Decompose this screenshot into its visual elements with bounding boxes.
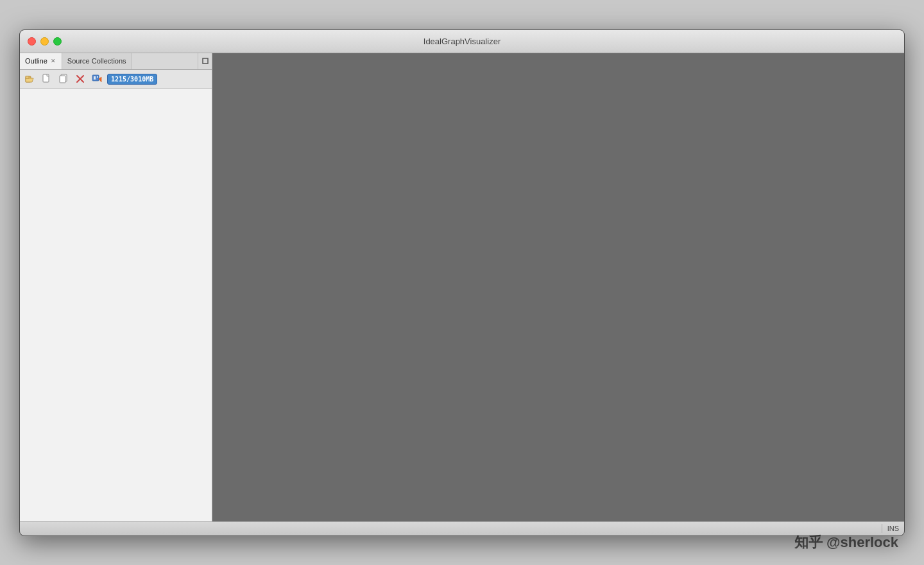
right-panel bbox=[212, 53, 904, 521]
tab-outline-label: Outline bbox=[25, 57, 47, 65]
left-panel-content bbox=[20, 89, 212, 521]
close-button[interactable] bbox=[28, 37, 36, 46]
svg-rect-10 bbox=[97, 76, 98, 78]
tab-source-collections-label: Source Collections bbox=[67, 57, 126, 65]
settings-button[interactable] bbox=[89, 72, 105, 86]
status-bar: INS bbox=[20, 521, 904, 535]
open-file-button[interactable] bbox=[22, 72, 38, 86]
tab-source-collections[interactable]: Source Collections bbox=[62, 53, 132, 69]
left-panel: Outline ✕ Source Collections bbox=[20, 53, 212, 521]
main-window: IdealGraphVisualizer Outline ✕ Source Co… bbox=[19, 30, 905, 536]
svg-rect-0 bbox=[203, 58, 208, 63]
new-doc-button[interactable] bbox=[39, 72, 55, 86]
svg-rect-5 bbox=[60, 76, 65, 83]
delete-button[interactable] bbox=[73, 72, 88, 86]
copy-button[interactable] bbox=[56, 72, 71, 86]
tab-maximize-button[interactable] bbox=[198, 53, 212, 69]
maximize-button[interactable] bbox=[53, 37, 62, 46]
main-content: Outline ✕ Source Collections bbox=[20, 53, 904, 521]
status-separator bbox=[882, 524, 882, 533]
window-title: IdealGraphVisualizer bbox=[424, 37, 501, 46]
tab-bar: Outline ✕ Source Collections bbox=[20, 53, 212, 70]
toolbar: 1215/3010MB bbox=[20, 70, 212, 89]
title-bar: IdealGraphVisualizer bbox=[20, 30, 904, 53]
tab-outline-close[interactable]: ✕ bbox=[50, 58, 56, 64]
open-file-icon bbox=[25, 74, 35, 84]
tab-outline[interactable]: Outline ✕ bbox=[20, 53, 62, 69]
svg-rect-2 bbox=[26, 76, 29, 78]
delete-icon bbox=[75, 74, 85, 84]
maximize-icon bbox=[202, 58, 209, 64]
svg-rect-9 bbox=[94, 76, 96, 80]
memory-badge: 1215/3010MB bbox=[107, 74, 157, 85]
minimize-button[interactable] bbox=[40, 37, 49, 46]
new-doc-icon bbox=[42, 74, 52, 84]
copy-icon bbox=[58, 74, 69, 84]
watermark: 知乎 @sherlock bbox=[794, 533, 898, 552]
status-ins: INS bbox=[887, 525, 899, 532]
traffic-lights bbox=[28, 37, 62, 46]
settings-icon bbox=[92, 74, 102, 84]
